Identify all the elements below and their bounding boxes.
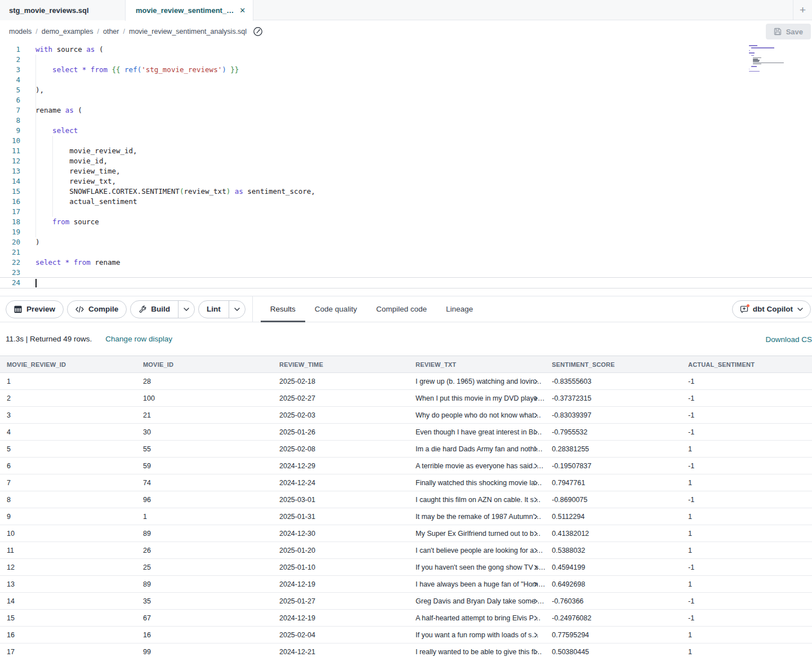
save-button[interactable]: Save (766, 24, 811, 39)
line-number: 5 (0, 85, 20, 95)
tab-results[interactable]: Results (261, 296, 305, 322)
table-row: 3212025-02-03Why do people who do not kn… (0, 407, 812, 424)
code-line[interactable]: 11 movie_review_id, (0, 146, 812, 156)
chevron-right-icon[interactable] (534, 379, 538, 384)
code-line[interactable]: 2 (0, 55, 812, 65)
code-line[interactable]: 18 from source (0, 217, 812, 227)
table-cell-actual_sentiment: -1 (681, 373, 812, 389)
table-cell-movie_review_id: 2 (0, 390, 136, 406)
chevron-right-icon[interactable] (534, 396, 538, 401)
chevron-down-icon (184, 308, 189, 311)
code-line[interactable]: 4 (0, 75, 812, 85)
code-line[interactable]: 6 (0, 95, 812, 105)
build-button[interactable]: Build (131, 301, 178, 318)
table-cell-actual_sentiment: 1 (681, 508, 812, 525)
line-number: 21 (0, 247, 20, 258)
chevron-right-icon[interactable] (534, 463, 538, 468)
table-cell-sentiment_score: -0.83555603 (545, 373, 681, 389)
code-line[interactable]: 24 (0, 278, 812, 288)
tab-lineage[interactable]: Lineage (436, 296, 483, 322)
code-line[interactable]: 19 (0, 227, 812, 237)
code-line[interactable]: 12 movie_id, (0, 156, 812, 166)
compass-icon[interactable] (253, 26, 263, 37)
table-cell-movie_id: 26 (136, 542, 273, 558)
table-cell-actual_sentiment: 1 (681, 525, 812, 541)
preview-button[interactable]: Preview (6, 300, 64, 318)
column-header-sentiment_score: SENTIMENT_SCORE (545, 356, 681, 372)
code-line[interactable]: 1with source as ( (0, 45, 812, 55)
download-csv-link[interactable]: Download CSV (765, 335, 812, 343)
query-status-row: 11.3s | Returned 49 rows. Change row dis… (0, 322, 812, 356)
table-cell-review_time: 2025-01-27 (273, 593, 409, 609)
chevron-right-icon[interactable] (534, 412, 538, 418)
notification-dot (747, 304, 749, 307)
table-cell-review_txt: I caught this film on AZN on cable. It s… (409, 491, 545, 508)
minimap-line (753, 61, 759, 62)
breadcrumb-segment[interactable]: other (103, 28, 119, 35)
code-line[interactable]: 8 (0, 116, 812, 126)
chevron-right-icon[interactable] (534, 632, 538, 637)
tab-code-quality[interactable]: Code quality (305, 296, 367, 322)
close-icon[interactable]: ✕ (239, 6, 246, 15)
table-cell-actual_sentiment: 1 (681, 441, 812, 457)
tab-label: Lineage (446, 305, 473, 313)
code-line[interactable]: 14 review_txt, (0, 176, 812, 187)
chevron-right-icon[interactable] (534, 615, 538, 620)
table-cell-review_txt: Im a die hard Dads Army fan and nothi… (409, 441, 545, 457)
chevron-right-icon[interactable] (534, 548, 538, 553)
dbt-copilot-button[interactable]: dbt Copilot (732, 300, 811, 318)
tab-movie-review-sentiment-analysis[interactable]: movie_review_sentiment_… ✕ (125, 0, 253, 21)
code-line[interactable]: 21 (0, 247, 812, 258)
change-row-display-link[interactable]: Change row display (105, 335, 172, 343)
chevron-right-icon[interactable] (534, 531, 538, 536)
chevron-right-icon[interactable] (534, 581, 538, 587)
table-row: 912025-01-31It may be the remake of 1987… (0, 508, 812, 525)
lint-dropdown-button[interactable] (229, 301, 245, 318)
tab-compiled-code[interactable]: Compiled code (367, 296, 436, 322)
code-line[interactable]: 15 SNOWFLAKE.CORTEX.SENTIMENT(review_txt… (0, 187, 812, 197)
tab-stg-movie-reviews[interactable]: stg_movie_reviews.sql (0, 0, 125, 20)
breadcrumb-path: models/demo_examples/other/movie_review_… (9, 28, 251, 35)
chevron-right-icon[interactable] (534, 649, 538, 654)
code-line[interactable]: 9 select (0, 126, 812, 136)
chevron-right-icon[interactable] (534, 514, 538, 519)
code-line[interactable]: 20) (0, 237, 812, 247)
table-cell-sentiment_score: 0.7947761 (545, 474, 681, 491)
table-row: 13892024-12-19I have always been a huge … (0, 576, 812, 593)
minimap[interactable] (749, 45, 786, 75)
table-cell-movie_id: 30 (136, 424, 273, 440)
chevron-right-icon[interactable] (534, 429, 538, 434)
chevron-right-icon[interactable] (534, 446, 538, 451)
code-line[interactable]: 16 actual_sentiment (0, 197, 812, 207)
code-editor[interactable]: 1with source as (23 select * from {{ ref… (0, 43, 812, 296)
code-line[interactable]: 3 select * from {{ ref('stg_movie_review… (0, 65, 812, 75)
breadcrumb-segment[interactable]: models (9, 28, 32, 35)
code-line[interactable]: 23 (0, 268, 812, 278)
chevron-right-icon[interactable] (534, 565, 538, 570)
code-line[interactable]: 10 (0, 136, 812, 146)
breadcrumb-segment[interactable]: demo_examples (42, 28, 93, 35)
table-cell-movie_id: 25 (136, 559, 273, 575)
wrench-icon (139, 305, 146, 313)
chevron-right-icon[interactable] (534, 497, 538, 502)
code-lines[interactable]: 1with source as (23 select * from {{ ref… (0, 45, 812, 288)
file-tab-bar: stg_movie_reviews.sql movie_review_senti… (0, 0, 812, 20)
code-line[interactable]: 22select * from rename (0, 258, 812, 268)
new-tab-button[interactable]: + (793, 0, 812, 20)
results-table: MOVIE_REVIEW_IDMOVIE_IDREVIEW_TIMEREVIEW… (0, 356, 812, 657)
tab-label: movie_review_sentiment_… (136, 6, 234, 15)
compile-button[interactable]: Compile (67, 300, 127, 318)
breadcrumb-segment[interactable]: movie_review_sentiment_analysis.sql (129, 28, 247, 35)
minimap-line (749, 71, 760, 72)
chevron-right-icon[interactable] (534, 598, 538, 603)
code-line[interactable]: 7rename as ( (0, 105, 812, 116)
code-line[interactable]: 17 (0, 207, 812, 217)
line-number: 18 (0, 217, 20, 227)
table-cell-sentiment_score: 0.77595294 (545, 627, 681, 643)
lint-button[interactable]: Lint (199, 301, 229, 318)
code-line[interactable]: 13 review_time, (0, 166, 812, 176)
code-line[interactable]: 5), (0, 85, 812, 95)
chevron-right-icon[interactable] (534, 480, 538, 485)
code-text: from source (35, 217, 99, 227)
build-dropdown-button[interactable] (178, 301, 194, 318)
